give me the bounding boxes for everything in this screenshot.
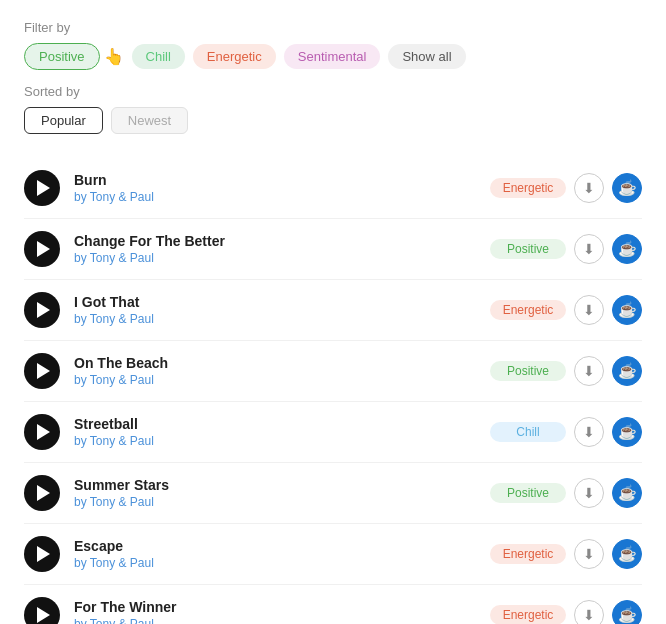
track-actions: Positive ⬇ ☕ [490,478,642,508]
filter-row: Positive👆ChillEnergeticSentimentalShow a… [24,43,642,70]
track-row: On The Beach by Tony & Paul Positive ⬇ ☕ [24,341,642,402]
track-actions: Energetic ⬇ ☕ [490,539,642,569]
coffee-button[interactable]: ☕ [612,356,642,386]
play-button[interactable] [24,536,60,572]
play-button[interactable] [24,475,60,511]
track-title: For The Winner [74,599,476,615]
sort-btn-popular[interactable]: Popular [24,107,103,134]
track-info: Burn by Tony & Paul [74,172,476,204]
mood-tag: Positive [490,483,566,503]
coffee-button[interactable]: ☕ [612,478,642,508]
mood-tag: Energetic [490,178,566,198]
download-button[interactable]: ⬇ [574,478,604,508]
mood-tag: Energetic [490,544,566,564]
play-button[interactable] [24,353,60,389]
track-artist: by Tony & Paul [74,617,476,624]
track-row: Burn by Tony & Paul Energetic ⬇ ☕ [24,158,642,219]
mood-tag: Positive [490,361,566,381]
track-info: I Got That by Tony & Paul [74,294,476,326]
track-actions: Energetic ⬇ ☕ [490,600,642,624]
track-info: Escape by Tony & Paul [74,538,476,570]
play-icon [37,180,50,196]
track-artist: by Tony & Paul [74,556,476,570]
coffee-button[interactable]: ☕ [612,417,642,447]
track-title: Change For The Better [74,233,476,249]
track-info: Summer Stars by Tony & Paul [74,477,476,509]
coffee-icon: ☕ [618,423,637,441]
track-artist: by Tony & Paul [74,190,476,204]
filter-btn-showall[interactable]: Show all [388,44,465,69]
download-icon: ⬇ [583,485,595,501]
coffee-button[interactable]: ☕ [612,295,642,325]
sort-label: Sorted by [24,84,642,99]
track-row: I Got That by Tony & Paul Energetic ⬇ ☕ [24,280,642,341]
coffee-icon: ☕ [618,606,637,624]
play-icon [37,363,50,379]
download-icon: ⬇ [583,607,595,623]
download-button[interactable]: ⬇ [574,600,604,624]
download-button[interactable]: ⬇ [574,539,604,569]
track-info: Streetball by Tony & Paul [74,416,476,448]
track-artist: by Tony & Paul [74,434,476,448]
coffee-button[interactable]: ☕ [612,600,642,624]
cursor-pointer-icon: 👆 [104,47,124,66]
filter-section: Filter by Positive👆ChillEnergeticSentime… [24,20,642,70]
track-title: On The Beach [74,355,476,371]
play-button[interactable] [24,292,60,328]
filter-btn-positive[interactable]: Positive [24,43,100,70]
coffee-button[interactable]: ☕ [612,173,642,203]
download-button[interactable]: ⬇ [574,234,604,264]
download-icon: ⬇ [583,180,595,196]
filter-label: Filter by [24,20,642,35]
track-list: Burn by Tony & Paul Energetic ⬇ ☕ Change… [24,158,642,624]
coffee-icon: ☕ [618,362,637,380]
play-button[interactable] [24,597,60,624]
download-button[interactable]: ⬇ [574,417,604,447]
play-icon [37,546,50,562]
filter-btn-sentimental[interactable]: Sentimental [284,44,381,69]
track-title: Escape [74,538,476,554]
track-artist: by Tony & Paul [74,495,476,509]
track-info: Change For The Better by Tony & Paul [74,233,476,265]
coffee-button[interactable]: ☕ [612,234,642,264]
track-artist: by Tony & Paul [74,312,476,326]
track-title: Streetball [74,416,476,432]
track-info: On The Beach by Tony & Paul [74,355,476,387]
track-actions: Chill ⬇ ☕ [490,417,642,447]
play-button[interactable] [24,231,60,267]
coffee-icon: ☕ [618,301,637,319]
mood-tag: Positive [490,239,566,259]
play-icon [37,485,50,501]
filter-btn-chill[interactable]: Chill [132,44,185,69]
track-artist: by Tony & Paul [74,251,476,265]
track-row: Streetball by Tony & Paul Chill ⬇ ☕ [24,402,642,463]
play-icon [37,607,50,623]
play-icon [37,424,50,440]
download-button[interactable]: ⬇ [574,295,604,325]
track-title: Burn [74,172,476,188]
sort-btn-newest[interactable]: Newest [111,107,188,134]
track-actions: Energetic ⬇ ☕ [490,295,642,325]
play-button[interactable] [24,414,60,450]
track-title: Summer Stars [74,477,476,493]
mood-tag: Chill [490,422,566,442]
download-icon: ⬇ [583,363,595,379]
download-button[interactable]: ⬇ [574,356,604,386]
track-actions: Positive ⬇ ☕ [490,356,642,386]
track-row: Change For The Better by Tony & Paul Pos… [24,219,642,280]
coffee-icon: ☕ [618,545,637,563]
play-icon [37,241,50,257]
mood-tag: Energetic [490,300,566,320]
track-row: Summer Stars by Tony & Paul Positive ⬇ ☕ [24,463,642,524]
sort-row: PopularNewest [24,107,642,134]
coffee-button[interactable]: ☕ [612,539,642,569]
download-button[interactable]: ⬇ [574,173,604,203]
track-row: Escape by Tony & Paul Energetic ⬇ ☕ [24,524,642,585]
filter-btn-energetic[interactable]: Energetic [193,44,276,69]
mood-tag: Energetic [490,605,566,624]
download-icon: ⬇ [583,302,595,318]
play-icon [37,302,50,318]
play-button[interactable] [24,170,60,206]
download-icon: ⬇ [583,546,595,562]
track-actions: Energetic ⬇ ☕ [490,173,642,203]
